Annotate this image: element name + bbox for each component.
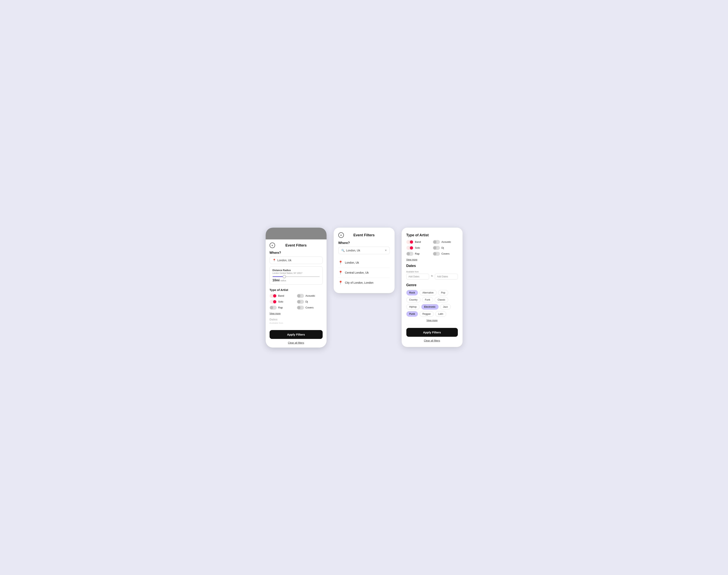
screen3-toggle-knob-band	[410, 240, 413, 243]
distance-sub: London Central Station, NY 10017	[272, 272, 320, 274]
pin-icon-3: 📍	[338, 280, 343, 285]
screen3-label-solo: Solo	[415, 246, 420, 249]
screen1-bottom-bar: Apply Filters Clear all filters	[266, 330, 327, 347]
genre-chip-rock[interactable]: Rock	[406, 290, 418, 296]
suggestion-item-central[interactable]: 📍 Central London, Uk	[338, 268, 390, 278]
toggle-knob-rap	[270, 306, 273, 309]
date-to-input[interactable]: Add Dates	[435, 274, 458, 279]
screen3-genre-title: Genre	[406, 283, 458, 287]
radius-text: radius	[280, 279, 286, 282]
screen1-modal: × Event Filters Where? 📍 London, Uk Dist…	[266, 239, 327, 324]
screen3-toggle-row-rap: Rap	[406, 252, 431, 256]
label-covers: Covers	[305, 306, 314, 309]
screen3-dates-row: Available from Add Dates to Add Dates	[406, 271, 458, 279]
screen2-search-input[interactable]	[346, 249, 383, 252]
toggle-row-acoustic: Acoustic	[297, 294, 323, 298]
screen3-toggle-knob-covers	[433, 252, 436, 256]
screen3-toggle-solo[interactable]	[406, 246, 413, 250]
distance-slider-track[interactable]	[272, 276, 320, 277]
screen2-search-box[interactable]: 🔍 ✕	[338, 247, 390, 254]
to-label-empty	[435, 271, 458, 273]
screen3-view-more-genre[interactable]: View more	[406, 319, 458, 322]
genre-chip-classic[interactable]: Classic	[435, 297, 448, 303]
screen1-location-value: London, Uk	[278, 259, 292, 262]
screen3-label-band: Band	[415, 240, 421, 243]
screen2-title: Event Filters	[353, 233, 374, 237]
suggestion-item-city[interactable]: 📍 City of London, London	[338, 278, 390, 288]
screen3-toggle-row-acoustic: Acoustic	[433, 240, 458, 244]
genre-chip-alternative[interactable]: Alternative	[420, 290, 437, 296]
screen3-toggle-acoustic[interactable]	[433, 240, 440, 244]
screen3-clear-button[interactable]: Clear all filters	[406, 339, 458, 342]
screen3-view-more-artist[interactable]: View more	[406, 258, 417, 261]
distance-number: 10mi	[272, 278, 280, 282]
slider-thumb[interactable]	[283, 275, 286, 278]
screen3-toggle-knob-dj	[433, 246, 436, 249]
toggle-solo[interactable]	[269, 300, 277, 304]
suggestion-item-london[interactable]: 📍 London, Uk	[338, 258, 390, 268]
pin-icon: 📍	[272, 259, 276, 262]
date-to-label: to	[431, 271, 433, 277]
screen-2-modal: × Event Filters Where? 🔍 ✕ 📍 London, Uk …	[334, 228, 395, 293]
screen3-label-rap: Rap	[415, 252, 420, 255]
screen3-label-dj: Dj	[441, 246, 444, 249]
screen1-view-more[interactable]: View more	[269, 312, 281, 315]
available-from-label: Available from	[406, 271, 429, 273]
screen-1-phone: × Event Filters Where? 📍 London, Uk Dist…	[266, 228, 327, 347]
screen3-label-covers: Covers	[441, 252, 449, 255]
screen1-clear-button[interactable]: Clear all filters	[269, 341, 323, 344]
screen3-label-acoustic: Acoustic	[441, 240, 451, 243]
screen3-artist-grid: Band Acoustic Solo Dj	[406, 240, 458, 256]
screen1-header: × Event Filters	[269, 243, 323, 247]
genre-chip-latin[interactable]: Latin	[435, 311, 446, 317]
pin-icon-1: 📍	[338, 261, 343, 265]
genre-chip-jazz[interactable]: Jazz	[440, 304, 451, 310]
toggle-band[interactable]	[269, 294, 277, 298]
toggle-acoustic[interactable]	[297, 294, 304, 298]
screen3-artist-type-title: Type of Artist	[406, 233, 458, 237]
screen-3-panel: Type of Artist Band Acoustic	[402, 228, 463, 347]
screens-container: × Event Filters Where? 📍 London, Uk Dist…	[266, 228, 463, 347]
screen3-toggle-rap[interactable]	[406, 252, 413, 256]
screen3-apply-button[interactable]: Apply Filters	[406, 328, 458, 337]
screen2-clear-icon[interactable]: ✕	[385, 249, 387, 252]
screen1-artist-type-title: Type of Artist	[269, 288, 323, 292]
label-acoustic: Acoustic	[305, 294, 315, 297]
date-from-input[interactable]: Add Dates	[406, 274, 429, 279]
toggle-covers[interactable]	[297, 306, 304, 310]
screen3-toggle-row-covers: Covers	[433, 252, 458, 256]
screen1-close-button[interactable]: ×	[269, 243, 275, 248]
screen1-apply-button[interactable]: Apply Filters	[269, 330, 323, 339]
toggle-dj[interactable]	[297, 300, 304, 304]
genre-chip-reggae[interactable]: Reggae	[420, 311, 434, 317]
distance-value: 10mi radius	[272, 278, 320, 282]
screen1-artist-grid: Band Acoustic Solo	[269, 294, 323, 310]
genre-chip-punk[interactable]: Punk	[406, 311, 418, 317]
screen3-divider	[406, 325, 458, 325]
screen3-date-from-field: Available from Add Dates	[406, 271, 429, 279]
genre-chip-electronic[interactable]: Electronic	[421, 304, 439, 310]
screen1-location-input[interactable]: 📍 London, Uk	[269, 257, 323, 264]
screen1-title: Event Filters	[285, 243, 306, 247]
toggle-knob-band	[273, 294, 276, 297]
screen3-dates-title: Dates	[406, 264, 458, 268]
toggle-row-dj: Dj	[297, 300, 323, 304]
screen3-toggle-row-dj: Dj	[433, 246, 458, 250]
toggle-row-band: Band	[269, 294, 295, 298]
genre-chip-country[interactable]: Country	[406, 297, 421, 303]
toggle-rap[interactable]	[269, 306, 277, 310]
screen2-header: × Event Filters	[338, 233, 390, 237]
genre-chip-pop[interactable]: Pop	[438, 290, 448, 296]
screen1-dates-blurred: Dates	[269, 318, 323, 321]
screen3-toggle-band[interactable]	[406, 240, 413, 244]
screen3-toggle-dj[interactable]	[433, 246, 440, 250]
genre-chip-hiphop[interactable]: Hiphop	[406, 304, 420, 310]
toggle-knob-acoustic	[297, 294, 300, 297]
suggestion-text-2: Central London, Uk	[345, 271, 369, 274]
suggestion-text-1: London, Uk	[345, 261, 359, 264]
toggle-row-solo: Solo	[269, 300, 295, 304]
label-band: Band	[278, 294, 284, 297]
genre-chip-funk[interactable]: Funk	[422, 297, 433, 303]
screen2-close-button[interactable]: ×	[338, 232, 344, 238]
screen3-toggle-covers[interactable]	[433, 252, 440, 256]
